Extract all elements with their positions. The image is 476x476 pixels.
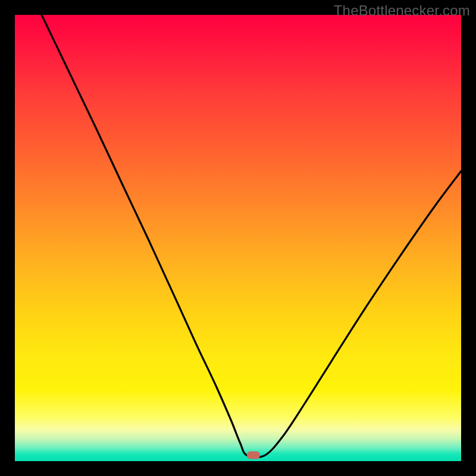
optimum-marker — [247, 452, 260, 459]
plot-area — [15, 15, 461, 461]
attribution-text: TheBottlenecker.com — [334, 2, 470, 19]
bottleneck-curve — [15, 15, 461, 461]
chart-frame: TheBottlenecker.com — [0, 0, 476, 476]
